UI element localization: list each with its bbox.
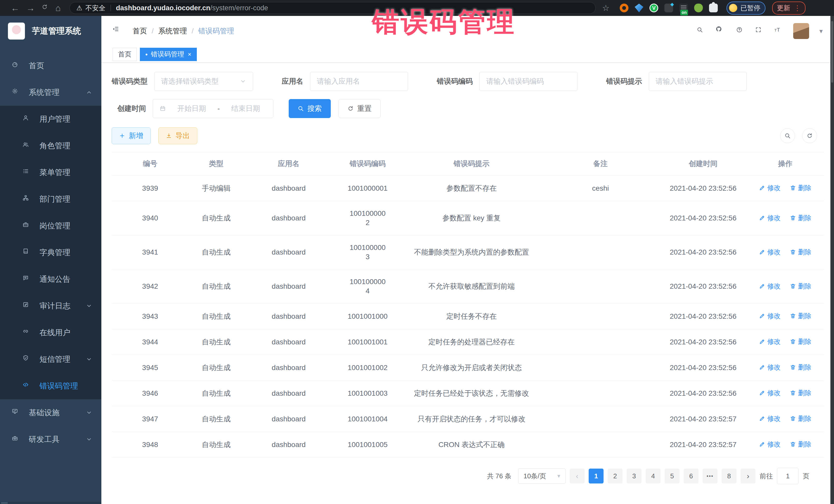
date-range-picker[interactable]: 开始日期 - 结束日期 xyxy=(153,99,273,118)
profile-paused-badge[interactable]: 已暂停 xyxy=(726,2,766,15)
cell-app: dashboard xyxy=(244,201,334,235)
sidebar-item-post-mgmt[interactable]: 岗位管理 xyxy=(0,213,101,239)
page-button-6[interactable]: 6 xyxy=(684,468,699,483)
caret-down-icon[interactable]: ▾ xyxy=(819,27,823,35)
delete-link[interactable]: 删除 xyxy=(790,311,811,321)
edit-link[interactable]: 修改 xyxy=(759,388,781,397)
delete-link[interactable]: 删除 xyxy=(790,282,811,291)
user-avatar[interactable] xyxy=(793,23,809,39)
edit-link[interactable]: 修改 xyxy=(759,337,781,346)
cell-type: 自动生成 xyxy=(189,355,244,380)
sidebar-scrollbar[interactable] xyxy=(0,502,101,504)
edit-link[interactable]: 修改 xyxy=(759,183,781,193)
browser-menu-dots-icon[interactable]: ⋮ xyxy=(794,4,801,12)
sidebar-item-notice[interactable]: 通知公告 xyxy=(0,266,101,292)
error-code-input[interactable]: 请输入错误码编码 xyxy=(479,72,577,91)
delete-link[interactable]: 删除 xyxy=(790,247,811,257)
prev-page-button[interactable]: ‹ xyxy=(570,468,585,483)
page-button-5[interactable]: 5 xyxy=(665,468,680,483)
edit-link[interactable]: 修改 xyxy=(759,311,781,321)
page-button-4[interactable]: 4 xyxy=(646,468,660,483)
edit-link[interactable]: 修改 xyxy=(759,213,781,222)
delete-link[interactable]: 删除 xyxy=(790,440,811,449)
sidebar-item-dict-mgmt[interactable]: 字典管理 xyxy=(0,239,101,266)
github-icon[interactable] xyxy=(716,26,726,36)
browser-home-icon[interactable]: ⌂ xyxy=(56,4,61,12)
add-button[interactable]: 新增 xyxy=(112,127,151,144)
breadcrumb-system-mgmt[interactable]: 系统管理 xyxy=(158,26,187,36)
error-hint-input[interactable]: 请输入错误码提示 xyxy=(649,72,747,91)
tab-error-code[interactable]: ● 错误码管理 × xyxy=(140,48,197,61)
bookmark-star-icon[interactable]: ☆ xyxy=(602,3,610,13)
reset-button[interactable]: 重置 xyxy=(338,99,380,118)
search-button[interactable]: 搜索 xyxy=(289,99,331,118)
extension-vue-devtools-icon[interactable]: V xyxy=(650,4,658,12)
error-type-select[interactable]: 请选择错误码类型 xyxy=(154,72,253,91)
sidebar-item-menu-mgmt[interactable]: 菜单管理 xyxy=(0,159,101,186)
delete-link[interactable]: 删除 xyxy=(790,213,811,222)
sidebar-item-error-code-mgmt[interactable]: 错误码管理 xyxy=(0,373,101,399)
browser-back-icon[interactable]: ← xyxy=(11,4,20,12)
sidebar-logo-row[interactable]: 芋道管理系统 xyxy=(0,16,101,46)
cell-code: 1001001001 xyxy=(334,329,402,355)
extensions-puzzle-icon[interactable] xyxy=(709,4,718,12)
pencil-icon xyxy=(759,185,765,191)
page-button-8[interactable]: 8 xyxy=(722,468,737,483)
delete-link[interactable]: 删除 xyxy=(790,363,811,372)
help-icon[interactable] xyxy=(736,27,745,36)
breadcrumb-home[interactable]: 首页 xyxy=(133,26,147,36)
delete-link[interactable]: 删除 xyxy=(790,388,811,397)
sidebar-item-audit-log[interactable]: 审计日志 xyxy=(0,292,101,319)
cell-type: 手动编辑 xyxy=(189,176,244,201)
export-button[interactable]: 导出 xyxy=(158,127,197,144)
sidebar-fold-icon[interactable] xyxy=(113,26,123,36)
tab-label: 错误码管理 xyxy=(151,50,184,59)
browser-forward-icon[interactable]: → xyxy=(26,4,35,12)
extension-switch-icon[interactable]: on xyxy=(679,4,688,12)
fullscreen-icon[interactable] xyxy=(755,27,764,36)
edit-link[interactable]: 修改 xyxy=(759,363,781,372)
delete-link[interactable]: 删除 xyxy=(790,337,811,346)
edit-link[interactable]: 修改 xyxy=(759,282,781,291)
browser-reload-icon[interactable] xyxy=(42,4,49,12)
cell-code: 100100000 4 xyxy=(334,269,402,304)
sidebar-item-home[interactable]: 首页 xyxy=(0,52,101,79)
sidebar-item-user-mgmt[interactable]: 用户管理 xyxy=(0,106,101,132)
table-header-row: 编号 类型 应用名 错误码编码 错误码提示 备注 创建时间 操作 xyxy=(112,152,824,176)
window-scrollbar[interactable] xyxy=(830,16,834,504)
sidebar-item-online-users[interactable]: 在线用户 xyxy=(0,319,101,346)
sidebar-item-role-mgmt[interactable]: 角色管理 xyxy=(0,132,101,159)
page-button-3[interactable]: 3 xyxy=(627,468,641,483)
goto-page-input[interactable] xyxy=(777,468,798,484)
toggle-search-button[interactable] xyxy=(780,128,795,143)
sidebar-item-dev-tools[interactable]: 研发工具 xyxy=(0,426,101,453)
font-size-icon[interactable] xyxy=(774,27,783,36)
tab-close-icon[interactable]: × xyxy=(188,51,192,58)
sidebar-item-dept-mgmt[interactable]: 部门管理 xyxy=(0,186,101,213)
tab-home[interactable]: 首页 xyxy=(113,48,137,61)
refresh-table-button[interactable] xyxy=(802,128,817,143)
next-page-button[interactable]: › xyxy=(741,468,755,483)
app-name-input[interactable]: 请输入应用名 xyxy=(310,72,408,91)
sidebar-item-sms-mgmt[interactable]: 短信管理 xyxy=(0,346,101,373)
page-size-select[interactable]: 10条/页 ▾ xyxy=(518,468,566,484)
edit-link[interactable]: 修改 xyxy=(759,247,781,257)
sidebar-item-system-mgmt[interactable]: 系统管理 xyxy=(0,79,101,106)
page-ellipsis-button[interactable]: ••• xyxy=(703,468,718,483)
extension-orange-icon[interactable] xyxy=(620,4,629,12)
url-bar[interactable]: ⚠ 不安全 dashboard.yudao.iocoder.cn/system/… xyxy=(69,2,596,14)
extension-dark-icon[interactable] xyxy=(664,4,673,12)
app-title: 芋道管理系统 xyxy=(32,25,81,37)
delete-link[interactable]: 删除 xyxy=(790,414,811,423)
sidebar-item-infrastructure[interactable]: 基础设施 xyxy=(0,399,101,426)
search-icon[interactable] xyxy=(697,27,705,36)
browser-update-button[interactable]: 更新 ⋮ xyxy=(772,2,806,15)
edit-link[interactable]: 修改 xyxy=(759,440,781,449)
edit-link[interactable]: 修改 xyxy=(759,414,781,423)
delete-link[interactable]: 删除 xyxy=(790,183,811,193)
extension-gem-icon[interactable] xyxy=(635,4,643,12)
extension-key-icon[interactable] xyxy=(694,4,703,12)
page-button-2[interactable]: 2 xyxy=(608,468,622,483)
error-code-table: 编号 类型 应用名 错误码编码 错误码提示 备注 创建时间 操作 3939 手动… xyxy=(112,152,824,458)
page-button-1[interactable]: 1 xyxy=(589,468,603,483)
